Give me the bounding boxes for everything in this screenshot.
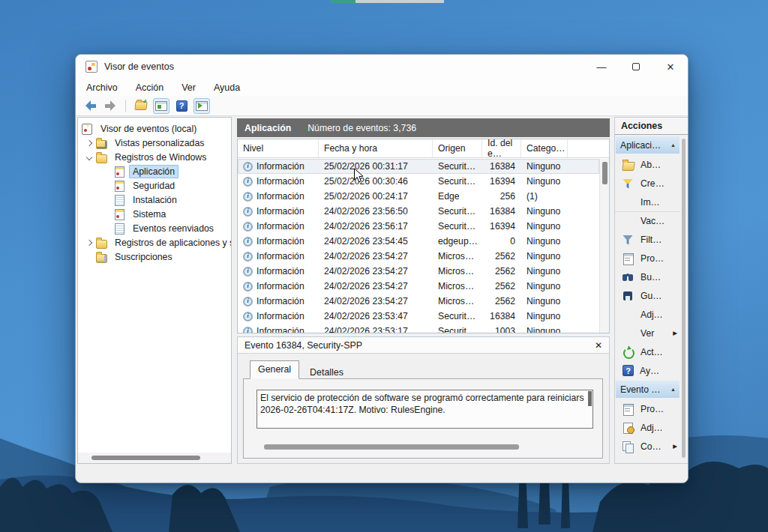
action-item[interactable]: Gu… <box>615 286 680 305</box>
tree-item-label: Aplicación <box>129 165 178 178</box>
event-datetime: 24/02/2026 23:53:47 <box>319 311 433 321</box>
back-arrow-icon <box>85 103 96 109</box>
tree-item[interactable]: Vistas personalizadas <box>78 136 231 150</box>
minimize-button[interactable]: — <box>584 55 619 79</box>
action-item[interactable]: Ver▶ <box>615 324 680 342</box>
event-datetime: 25/02/2026 00:30:46 <box>319 176 433 187</box>
tab-general[interactable]: General <box>250 360 299 379</box>
event-list-vertical-scrollbar[interactable] <box>599 159 609 333</box>
event-row[interactable]: Información24/02/2026 23:53:17Securit…10… <box>238 324 599 333</box>
event-row[interactable]: Información25/02/2026 00:31:17Securit…16… <box>238 159 599 174</box>
action-item[interactable]: Pro… <box>615 399 680 418</box>
action-item[interactable]: Im… <box>615 193 680 211</box>
column-nivel[interactable]: Nivel <box>238 139 319 157</box>
maximize-button[interactable] <box>619 55 653 79</box>
tree-item[interactable]: Visor de eventos (local) <box>78 121 231 136</box>
tree-item[interactable]: Instalación <box>78 193 231 207</box>
expander-chevron-icon[interactable] <box>83 137 95 149</box>
information-icon <box>243 222 253 232</box>
event-row[interactable]: Información25/02/2026 00:30:46Securit…16… <box>238 174 599 189</box>
tree-item-icon <box>81 123 94 134</box>
event-datetime: 24/02/2026 23:56:17 <box>319 221 433 232</box>
column-origen[interactable]: Origen <box>433 139 482 157</box>
event-row[interactable]: Información24/02/2026 23:54:27Micros…256… <box>238 279 599 294</box>
event-row[interactable]: Información24/02/2026 23:54:27Micros…256… <box>238 264 599 279</box>
action-item[interactable]: Adj… <box>615 305 680 324</box>
tree-item[interactable]: Suscripciones <box>78 250 231 264</box>
event-source: Micros… <box>433 296 482 306</box>
column-categoria[interactable]: Catego… <box>521 139 568 157</box>
menu-accion[interactable]: Acción <box>136 82 164 93</box>
column-fecha[interactable]: Fecha y hora <box>319 139 433 157</box>
actions-section-aplicacion[interactable]: Aplicaci… ▲ <box>616 136 680 154</box>
detail-close-icon[interactable]: ✕ <box>595 340 602 351</box>
tree-item-icon <box>95 151 108 163</box>
action-item[interactable]: Act… <box>615 342 680 361</box>
action-item[interactable]: Cre… <box>615 174 680 193</box>
event-level: Información <box>256 326 304 333</box>
tree-item[interactable]: Sistema <box>78 207 231 221</box>
tab-detalles[interactable]: Detalles <box>302 364 351 379</box>
actions-section-evento[interactable]: Evento … ▲ <box>616 381 680 398</box>
action-item[interactable]: Filt… <box>615 230 680 249</box>
tree-item[interactable]: Eventos reenviados <box>78 221 231 235</box>
close-button[interactable]: ✕ <box>653 55 688 79</box>
actions-scroll-thumb[interactable] <box>682 139 686 458</box>
help-toolbar-button[interactable]: ? <box>173 98 190 114</box>
event-row[interactable]: Información25/02/2026 00:24:17Edge256(1) <box>238 189 599 204</box>
open-folder-icon <box>622 159 634 171</box>
event-level: Información <box>256 311 304 321</box>
event-description-box[interactable]: El servicio de protección de software se… <box>256 390 593 429</box>
event-row[interactable]: Información24/02/2026 23:56:17Securit…16… <box>238 219 599 234</box>
event-source: edgeup… <box>433 236 482 247</box>
menu-archivo[interactable]: Archivo <box>86 82 118 93</box>
menu-ver[interactable]: Ver <box>182 82 196 93</box>
expander-chevron-icon[interactable] <box>83 237 95 249</box>
event-id: 16394 <box>482 221 521 232</box>
event-id: 16384 <box>482 206 521 217</box>
binoculars-icon <box>622 271 634 283</box>
tree-item-label: Suscripciones <box>111 250 176 264</box>
description-vscroll-thumb[interactable] <box>588 391 592 406</box>
forward-button[interactable] <box>102 98 118 114</box>
open-folder-icon <box>134 101 147 110</box>
event-id: 256 <box>482 191 521 202</box>
window-title: Visor de eventos <box>104 61 174 72</box>
event-row[interactable]: Información24/02/2026 23:56:50Securit…16… <box>238 204 599 219</box>
back-button[interactable] <box>82 98 98 114</box>
detail-hscroll-thumb[interactable] <box>264 444 519 450</box>
console-tree-toggle-button[interactable] <box>153 98 170 114</box>
tree-item[interactable]: Aplicación <box>78 164 231 178</box>
action-item[interactable]: Bu… <box>615 267 680 286</box>
event-row[interactable]: Información24/02/2026 23:54:27Micros…256… <box>238 294 599 309</box>
tree-item[interactable]: Registros de Windows <box>78 150 231 164</box>
action-item[interactable]: Adj… <box>615 418 680 437</box>
event-row[interactable]: Información24/02/2026 23:54:27Micros…256… <box>238 249 599 264</box>
event-description-line1: El servicio de protección de software se… <box>260 393 584 403</box>
actions-scrollbar[interactable] <box>680 136 687 462</box>
action-item[interactable]: Ab… <box>615 155 680 174</box>
action-item-label: Pro… <box>640 253 664 264</box>
tree-hscroll-thumb[interactable] <box>92 456 200 460</box>
icon-spacer <box>622 327 634 339</box>
event-datetime: 24/02/2026 23:54:45 <box>319 236 433 247</box>
tree-horizontal-scrollbar[interactable] <box>78 453 231 463</box>
column-id[interactable]: Id. del e… <box>482 139 521 157</box>
tree-item-icon <box>113 194 126 205</box>
tree-item[interactable]: Seguridad <box>78 178 231 193</box>
action-pane-toggle-button[interactable] <box>194 98 210 114</box>
action-item[interactable]: Co…▶ <box>615 437 680 456</box>
expander-chevron-icon[interactable] <box>83 151 95 163</box>
event-list-vscroll-thumb[interactable] <box>602 162 608 184</box>
tree-item-label: Vistas personalizadas <box>111 136 208 150</box>
event-row[interactable]: Información24/02/2026 23:54:45edgeup…0Ni… <box>238 234 599 249</box>
action-item[interactable]: ?Ay… <box>615 361 680 380</box>
actions-section-label: Evento … <box>620 384 661 395</box>
menu-ayuda[interactable]: Ayuda <box>214 82 240 93</box>
action-items-0: Ab…Cre…Im…Vac…Filt…Pro…Bu…Gu…Adj…Ver▶Act… <box>615 155 680 380</box>
action-item[interactable]: Vac… <box>615 211 680 230</box>
tree-item[interactable]: Registros de aplicaciones y se <box>78 235 231 250</box>
open-saved-log-button[interactable] <box>133 98 149 114</box>
action-item[interactable]: Pro… <box>615 249 680 267</box>
event-row[interactable]: Información24/02/2026 23:53:47Securit…16… <box>238 309 599 324</box>
